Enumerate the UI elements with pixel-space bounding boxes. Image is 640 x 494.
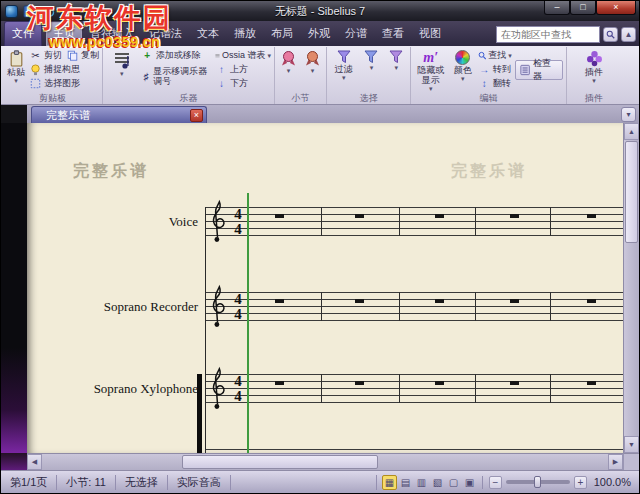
delete-bar-button[interactable]: ▾ (302, 48, 323, 92)
tab-play[interactable]: 播放 (227, 22, 263, 46)
switch-tabs-button[interactable]: ▾ (621, 107, 636, 122)
barline[interactable] (475, 374, 476, 403)
horizontal-scroll-thumb[interactable] (182, 455, 378, 469)
instrument-name-soprano-xylophone[interactable]: Soprano Xylophone (32, 381, 198, 397)
whole-rest[interactable] (587, 214, 596, 218)
paste-button[interactable]: 粘贴 ▾ (6, 48, 26, 92)
tab-view[interactable]: 视图 (412, 22, 448, 46)
zoom-slider-thumb[interactable] (534, 476, 541, 488)
instrument-name-soprano-recorder[interactable]: Soprano Recorder (32, 299, 198, 315)
tab-text[interactable]: 文本 (190, 22, 226, 46)
app-icon[interactable] (5, 5, 18, 18)
whole-rest[interactable] (355, 381, 364, 385)
add-bar-button[interactable]: ▾ (278, 48, 299, 92)
filter-button[interactable]: 过滤 ▾ (330, 48, 358, 92)
cut-button[interactable]: ✂ 剪切 (29, 49, 62, 62)
tab-layout[interactable]: 布局 (264, 22, 300, 46)
zoom-in-button[interactable]: + (574, 476, 587, 489)
ribbon-search-input[interactable] (496, 26, 600, 43)
status-pitch[interactable]: 实际音高 (168, 475, 231, 490)
whole-rest[interactable] (510, 299, 519, 303)
ossia-below-button[interactable]: ↓ 下方 (215, 77, 271, 90)
whole-rest[interactable] (510, 214, 519, 218)
copy-button[interactable]: 复制 (66, 49, 99, 62)
select-graphic-button[interactable]: 选择图形 (29, 77, 99, 90)
time-signature[interactable]: 4 4 (232, 292, 244, 321)
save-icon[interactable] (22, 4, 37, 19)
tab-home[interactable]: 主页 (46, 22, 82, 46)
staff-soprano-recorder[interactable]: 4 4 (205, 292, 623, 321)
hide-show-button[interactable]: m′ 隐藏或显示 ▾ (414, 48, 448, 92)
barline[interactable] (321, 207, 322, 236)
tab-review[interactable]: 查看 (375, 22, 411, 46)
advanced-filter-button[interactable]: ▾ (361, 48, 383, 92)
find-button[interactable]: 查找 ▾ (478, 49, 512, 62)
tab-note-input[interactable]: 音符输入 (83, 22, 141, 46)
barline[interactable] (399, 374, 400, 403)
whole-rest[interactable] (435, 299, 444, 303)
ossia-above-button[interactable]: ↑ 上方 (215, 63, 271, 76)
color-button[interactable]: 颜色 ▾ (451, 48, 475, 92)
scroll-right-icon[interactable]: ▶ (608, 454, 623, 470)
view-mode-button[interactable]: ▧ (430, 475, 445, 490)
view-mode-button[interactable]: ▣ (462, 475, 477, 490)
score-page[interactable]: 完整乐谱 完整乐谱 Voice 4 4 (27, 123, 623, 453)
filter-voices-button[interactable]: ▾ (385, 48, 407, 92)
inspector-button[interactable]: 检查器 (515, 60, 563, 80)
barline[interactable] (399, 292, 400, 321)
barline[interactable] (399, 207, 400, 236)
add-remove-instruments-button[interactable]: + 添加或移除 (141, 49, 212, 62)
view-mode-button[interactable]: ▤ (398, 475, 413, 490)
tab-close-icon[interactable]: × (190, 109, 203, 122)
ossia-staff-button[interactable]: Ossia 谱表 ▾ (215, 49, 271, 62)
zoom-slider[interactable] (506, 480, 570, 484)
show-transposing-key-button[interactable]: ♯ 显示移调乐器调号 (141, 63, 212, 89)
view-mode-pages-button[interactable]: ▦ (382, 475, 397, 490)
staff-voice[interactable]: 4 4 (205, 207, 623, 236)
whole-rest[interactable] (275, 214, 284, 218)
whole-rest[interactable] (587, 381, 596, 385)
staff-partial[interactable] (205, 449, 623, 453)
barline[interactable] (321, 374, 322, 403)
close-button[interactable]: × (596, 1, 636, 15)
whole-rest[interactable] (587, 299, 596, 303)
whole-rest[interactable] (275, 299, 284, 303)
tab-appearance[interactable]: 外观 (301, 22, 337, 46)
search-icon[interactable] (603, 27, 618, 42)
tab-parts[interactable]: 分谱 (338, 22, 374, 46)
barline[interactable] (321, 292, 322, 321)
barline[interactable] (475, 207, 476, 236)
goto-button[interactable]: → 转到 (478, 63, 512, 76)
zoom-out-button[interactable]: − (489, 476, 502, 489)
view-mode-button[interactable]: ▢ (446, 475, 461, 490)
whole-rest[interactable] (355, 214, 364, 218)
scroll-down-icon[interactable]: ▼ (624, 436, 639, 453)
plugins-button[interactable]: 插件 ▾ (577, 48, 611, 92)
scroll-up-icon[interactable]: ▲ (624, 123, 639, 140)
horizontal-scrollbar[interactable]: ◀ ▶ (27, 453, 623, 470)
whole-rest[interactable] (355, 299, 364, 303)
staff-soprano-xylophone[interactable]: 4 4 (205, 374, 623, 403)
time-signature[interactable]: 4 4 (232, 374, 244, 403)
time-signature[interactable]: 4 4 (232, 207, 244, 236)
minimize-button[interactable]: – (544, 1, 570, 15)
whole-rest[interactable] (275, 381, 284, 385)
tab-file[interactable]: 文件 (4, 21, 42, 46)
minimize-ribbon-button[interactable]: ▲ (621, 27, 636, 42)
barline[interactable] (550, 292, 551, 321)
maximize-button[interactable]: □ (570, 1, 596, 15)
whole-rest[interactable] (435, 214, 444, 218)
tab-notations[interactable]: 记谱法 (142, 22, 189, 46)
capture-idea-button[interactable]: 捕捉构思 (29, 63, 99, 76)
scroll-left-icon[interactable]: ◀ (27, 454, 42, 470)
barline[interactable] (475, 292, 476, 321)
vertical-scroll-thumb[interactable] (625, 141, 638, 243)
whole-rest[interactable] (435, 381, 444, 385)
vertical-scrollbar[interactable]: ▲ ▼ (623, 123, 639, 453)
change-instrument-button[interactable]: ▾ (106, 48, 138, 92)
undo-icon[interactable] (41, 4, 56, 19)
barline[interactable] (550, 374, 551, 403)
barline[interactable] (550, 207, 551, 236)
whole-rest[interactable] (510, 381, 519, 385)
instrument-name-voice[interactable]: Voice (32, 214, 198, 230)
